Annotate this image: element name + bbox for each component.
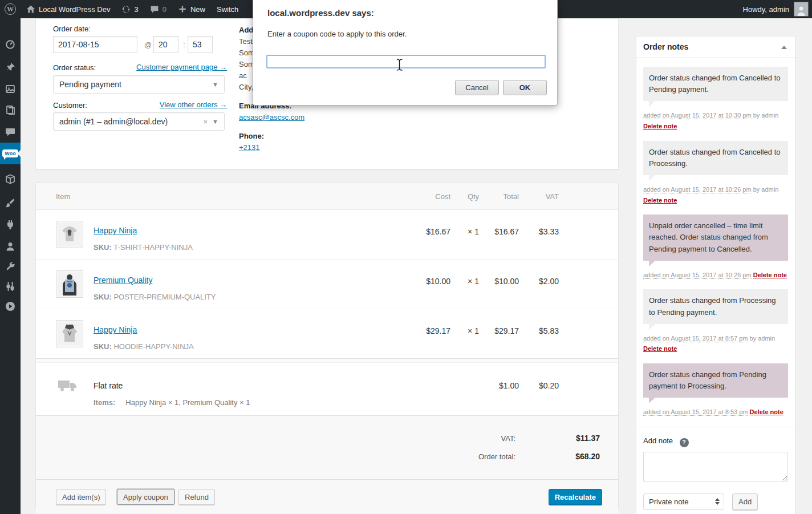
collapse-triangle-icon[interactable]	[781, 46, 787, 49]
dialog-message: Enter a coupon code to apply to this ord…	[267, 30, 407, 38]
product-name-link[interactable]: Premium Quality	[94, 276, 152, 285]
sidebar-item-media[interactable]	[0, 80, 21, 99]
product-name-link[interactable]: Happy Ninja	[94, 325, 137, 334]
items-actions-bar: Add item(s) Apply coupon Refund Recalcul…	[36, 479, 618, 513]
switch-menu[interactable]: Switch	[211, 0, 244, 18]
item-cost: $16.67	[426, 227, 450, 236]
refund-button[interactable]: Refund	[178, 489, 215, 505]
tools-wrench-icon	[5, 261, 16, 274]
media-icon	[5, 83, 16, 96]
order-total-label: Order total:	[478, 452, 515, 461]
order-status-label: Order status:	[53, 63, 96, 72]
settings-sliders-icon	[5, 281, 16, 294]
ok-button[interactable]: OK	[503, 80, 547, 95]
item-vat: $5.83	[539, 326, 559, 335]
clear-x-icon[interactable]: ×	[204, 118, 213, 126]
note-author: by admin	[753, 186, 779, 193]
view-other-orders-link[interactable]: View other orders →	[127, 100, 227, 109]
add-note-textarea[interactable]	[643, 452, 788, 481]
delete-note-link[interactable]: Delete note	[643, 197, 677, 204]
col-total: Total	[504, 192, 519, 201]
comments-menu[interactable]: 0	[144, 0, 172, 18]
list-item: Order status changed from Cancelled to P…	[643, 141, 788, 206]
sidebar-item-plugin-extra[interactable]	[0, 297, 21, 317]
site-name-link[interactable]: Local WordPress Dev	[21, 0, 116, 18]
sidebar-item-products[interactable]	[0, 170, 21, 189]
note-type-value: Private note	[649, 497, 688, 506]
delete-note-link[interactable]: Delete note	[643, 123, 677, 129]
delete-note-link[interactable]: Delete note	[750, 408, 783, 415]
woocommerce-icon: Woo	[2, 149, 18, 157]
delete-note-link[interactable]: Delete note	[643, 345, 677, 352]
sidebar-item-woocommerce-active[interactable]: Woo	[0, 143, 21, 164]
order-status-select[interactable]: Pending payment ▼	[53, 75, 225, 94]
sidebar-item-settings[interactable]	[0, 277, 21, 297]
order-notes-title: Order notes	[643, 42, 688, 51]
order-status-value: Pending payment	[59, 80, 121, 89]
list-item-system-note: Order status changed from Pending paymen…	[643, 363, 788, 418]
help-icon[interactable]: ?	[680, 438, 689, 447]
billing-phone-link[interactable]: +2131	[239, 143, 260, 152]
product-thumbnail-poster	[56, 270, 83, 298]
howdy-account-link[interactable]: Howdy, admin	[743, 5, 789, 14]
item-vat: $3.33	[539, 227, 559, 236]
table-row: Premium Quality SKU: POSTER-PREMIUM-QUAL…	[36, 259, 618, 309]
item-total: $16.67	[494, 227, 519, 236]
list-item: Order status changed from Cancelled to P…	[643, 67, 788, 132]
coupon-code-input[interactable]	[266, 55, 546, 68]
add-items-button[interactable]: Add item(s)	[56, 489, 106, 505]
note-tail	[649, 101, 655, 107]
item-vat: $2.00	[539, 277, 559, 286]
billing-email-link[interactable]: acsasc@ascsc.com	[239, 113, 304, 122]
order-date-input[interactable]: 2017-08-15	[53, 36, 137, 53]
updates-icon	[121, 5, 131, 14]
sidebar-item-comments[interactable]	[0, 123, 21, 142]
sidebar-item-users[interactable]	[0, 237, 21, 257]
avatar[interactable]	[794, 2, 809, 17]
sidebar-item-posts[interactable]	[0, 58, 21, 78]
at-symbol: @	[144, 41, 152, 49]
item-qty: × 1	[456, 326, 490, 335]
sidebar-item-pages[interactable]	[0, 101, 21, 120]
add-note-button[interactable]: Add	[732, 493, 758, 510]
product-sku: SKU: HOODIE-HAPPY-NINJA	[94, 342, 194, 351]
customer-select[interactable]: admin (#1 – admin@local.dev) × ▼	[53, 112, 225, 131]
customer-label: Customer:	[53, 101, 87, 110]
order-minute-input[interactable]: 53	[188, 36, 213, 53]
comments-icon	[5, 126, 16, 139]
items-table-header: Item Cost Qty Total VAT	[36, 183, 618, 209]
cancel-button[interactable]: Cancel	[455, 80, 499, 95]
apply-coupon-button[interactable]: Apply coupon	[117, 489, 174, 505]
order-total-value: $68.20	[575, 452, 600, 461]
shipping-total: $1.00	[499, 381, 519, 390]
note-type-select[interactable]: Private note	[643, 493, 724, 510]
comments-count: 0	[163, 5, 167, 14]
order-hour-input[interactable]: 20	[153, 36, 178, 53]
javascript-prompt-dialog: local.wordpress.dev says: Enter a coupon…	[253, 0, 558, 106]
wordpress-logo-menu[interactable]: W	[0, 0, 21, 18]
add-note-label: Add note	[643, 436, 673, 445]
shipping-items: Items:Happy Ninja × 1, Premium Quality ×…	[94, 398, 250, 407]
admin-sidebar: Woo	[0, 18, 21, 514]
product-name-link[interactable]: Happy Ninja	[94, 226, 137, 235]
truck-icon	[58, 379, 77, 392]
notes-list: Order status changed from Cancelled to P…	[636, 58, 795, 418]
sidebar-item-plugins[interactable]	[0, 216, 21, 235]
shipping-vat: $0.20	[539, 381, 559, 390]
section-divider	[36, 358, 618, 363]
updates-menu[interactable]: 3	[116, 0, 144, 18]
product-thumbnail-tshirt	[56, 221, 83, 248]
order-notes-panel: Order notes Order status changed from Ca…	[636, 36, 795, 514]
sidebar-item-appearance[interactable]	[0, 194, 21, 213]
product-sku: SKU: T-SHIRT-HAPPY-NINJA	[94, 243, 193, 252]
order-notes-header[interactable]: Order notes	[636, 37, 795, 58]
site-name: Local WordPress Dev	[39, 5, 110, 14]
customer-value: admin (#1 – admin@local.dev)	[59, 117, 168, 126]
order-date-label: Order date:	[53, 25, 91, 33]
recalculate-button[interactable]: Recalculate	[549, 489, 602, 505]
customer-payment-page-link[interactable]: Customer payment page →	[127, 63, 227, 71]
sidebar-item-tools[interactable]	[0, 257, 21, 277]
new-menu[interactable]: New	[172, 0, 211, 18]
sidebar-item-dashboard[interactable]	[0, 35, 21, 55]
delete-note-link[interactable]: Delete note	[753, 272, 787, 278]
